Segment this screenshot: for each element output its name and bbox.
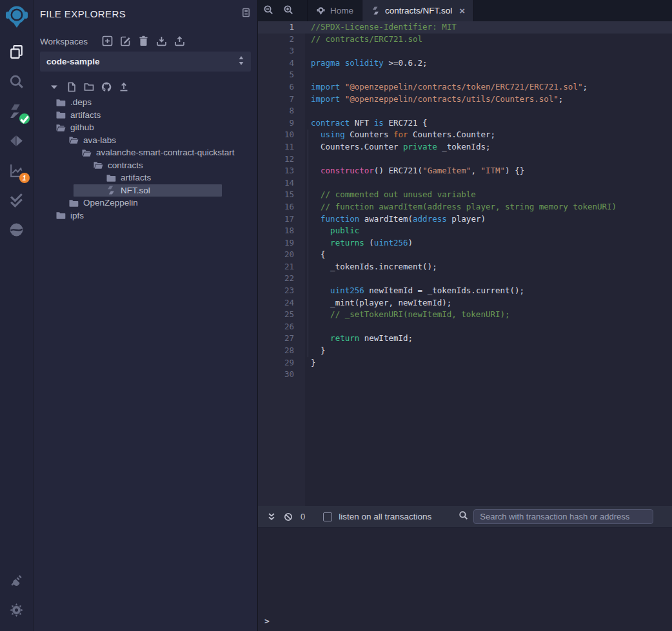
restore-workspaces-button[interactable] bbox=[174, 35, 186, 47]
github-icon bbox=[101, 83, 112, 94]
terminal-clear-icon[interactable] bbox=[281, 510, 295, 524]
workspace-select[interactable]: code-sample bbox=[40, 52, 251, 72]
tree-folder-avalanche-smart-contract-quickstart[interactable]: avalanche-smart-contract-quickstart bbox=[34, 146, 257, 159]
terminal-output[interactable]: > bbox=[258, 527, 672, 631]
transaction-count: 0 bbox=[301, 512, 305, 521]
listen-transactions-checkbox[interactable] bbox=[323, 512, 332, 521]
activity-item-deploy-and-run[interactable] bbox=[0, 127, 34, 157]
code-editor[interactable]: 1//SPDX-License-Identifier: MIT2// contr… bbox=[258, 21, 672, 506]
code-line-18: 18 public bbox=[258, 225, 672, 237]
activity-item-checks[interactable] bbox=[0, 186, 34, 216]
file-explorer-panel: FILE EXPLORERS Workspaces code-sample .d… bbox=[34, 0, 258, 631]
new-file-button[interactable] bbox=[66, 82, 78, 93]
code-line-22: 22 bbox=[258, 273, 672, 285]
line-number: 20 bbox=[258, 249, 305, 261]
pencil-square-icon bbox=[120, 37, 131, 48]
code-text: Counters.Counter private _tokenIds; bbox=[305, 141, 490, 153]
panel-title: FILE EXPLORERS bbox=[40, 8, 126, 19]
code-text: public bbox=[305, 225, 359, 237]
tree-folder-artifacts[interactable]: artifacts bbox=[34, 109, 257, 122]
code-text bbox=[305, 273, 311, 285]
activity-item-search[interactable] bbox=[0, 68, 34, 97]
tab-home[interactable]: Home bbox=[307, 0, 362, 21]
line-number: 1 bbox=[258, 21, 305, 34]
activity-item-plugin-manager[interactable] bbox=[0, 567, 34, 596]
folder-open-icon bbox=[55, 122, 66, 133]
clone-github-button[interactable] bbox=[101, 82, 113, 93]
tree-folder-ipfs[interactable]: ipfs bbox=[34, 209, 257, 222]
delete-workspace-button[interactable] bbox=[138, 35, 150, 47]
line-number: 13 bbox=[258, 165, 305, 177]
tree-folder-openzeppelin[interactable]: OpenZeppelin bbox=[34, 197, 257, 209]
code-text bbox=[305, 45, 311, 57]
tree-item-label: artifacts bbox=[70, 110, 101, 120]
code-text: // function awardItem(address player, st… bbox=[305, 201, 617, 213]
line-number: 18 bbox=[258, 225, 305, 237]
tree-item-label: contracts bbox=[108, 160, 143, 170]
terminal-prompt: > bbox=[264, 616, 270, 626]
tree-folder--deps[interactable]: .deps bbox=[34, 96, 257, 109]
tree-folder-github[interactable]: github bbox=[34, 121, 257, 134]
code-text: // commented out unused variable bbox=[305, 189, 476, 201]
terminal-toolbar: 0 listen on all transactions bbox=[258, 506, 672, 527]
tree-file-nft-sol[interactable]: NFT.sol bbox=[74, 184, 222, 197]
code-line-5: 5 bbox=[258, 69, 672, 81]
code-text: // _setTokenURI(newItemId, tokenURI); bbox=[305, 309, 510, 321]
activity-item-settings[interactable] bbox=[0, 596, 34, 626]
transaction-search-input[interactable] bbox=[473, 509, 653, 524]
magnifier-plus-icon bbox=[283, 5, 293, 17]
activity-item-analytics[interactable]: 1 bbox=[0, 157, 34, 186]
tree-folder-ava-labs[interactable]: ava-labs bbox=[34, 134, 257, 147]
folder-open-icon bbox=[68, 135, 79, 145]
code-line-14: 14 bbox=[258, 177, 672, 189]
editor-tab-bar: Homecontracts/NFT.sol× bbox=[258, 0, 672, 21]
code-line-12: 12 bbox=[258, 153, 672, 166]
workspaces-label: Workspaces bbox=[40, 37, 88, 46]
close-tab-icon[interactable]: × bbox=[459, 6, 465, 15]
code-line-21: 21 _tokenIds.increment(); bbox=[258, 261, 672, 273]
collapse-tree-button[interactable] bbox=[49, 82, 61, 93]
code-text: contract NFT is ERC721 { bbox=[305, 117, 428, 130]
download-workspaces-button[interactable] bbox=[156, 35, 168, 47]
upload-file-button[interactable] bbox=[119, 82, 130, 93]
tree-item-label: ava-labs bbox=[83, 135, 116, 145]
zoom-in-button[interactable] bbox=[278, 0, 298, 21]
code-line-3: 3 bbox=[258, 45, 672, 57]
code-line-26: 26 bbox=[258, 321, 672, 333]
upload-arrow-icon bbox=[119, 83, 129, 94]
tree-folder-contracts[interactable]: contracts bbox=[34, 159, 257, 172]
zoom-out-button[interactable] bbox=[258, 0, 278, 21]
code-text: return newItemId; bbox=[305, 333, 413, 345]
line-number: 12 bbox=[258, 153, 305, 166]
activity-item-solidity-compiler[interactable] bbox=[0, 97, 34, 127]
plug-icon bbox=[8, 572, 25, 591]
line-number: 8 bbox=[258, 105, 305, 117]
rename-workspace-button[interactable] bbox=[120, 35, 132, 47]
code-line-11: 11 Counters.Counter private _tokenIds; bbox=[258, 141, 672, 153]
line-number: 29 bbox=[258, 357, 305, 369]
notification-count-badge: 1 bbox=[19, 173, 30, 183]
tab-contracts-nft-sol[interactable]: contracts/NFT.sol× bbox=[362, 0, 474, 21]
tree-item-label: avalanche-smart-contract-quickstart bbox=[96, 148, 235, 157]
book-icon[interactable] bbox=[241, 8, 251, 20]
double-check-icon bbox=[8, 192, 25, 211]
activity-item-plugin-circle[interactable] bbox=[0, 216, 34, 246]
tree-folder-artifacts[interactable]: artifacts bbox=[34, 171, 257, 184]
folder-closed-icon bbox=[55, 110, 66, 120]
line-number: 14 bbox=[258, 177, 305, 189]
new-folder-button[interactable] bbox=[84, 82, 95, 93]
code-text: } bbox=[305, 357, 316, 369]
tab-label: contracts/NFT.sol bbox=[385, 6, 452, 15]
code-text: pragma solidity >=0.6.2; bbox=[305, 57, 428, 70]
code-line-24: 24 _mint(player, newItemId); bbox=[258, 297, 672, 309]
line-number: 16 bbox=[258, 201, 305, 213]
folder-closed-icon bbox=[55, 210, 66, 220]
line-number: 28 bbox=[258, 345, 305, 357]
line-number: 7 bbox=[258, 93, 305, 106]
line-number: 2 bbox=[258, 34, 305, 46]
terminal-collapse-icon[interactable] bbox=[264, 510, 279, 524]
code-line-13: 13 constructor() ERC721("GameItem", "ITM… bbox=[258, 165, 672, 177]
create-workspace-button[interactable] bbox=[102, 35, 114, 47]
folder-open-icon bbox=[81, 148, 92, 158]
activity-item-file-explorers[interactable] bbox=[0, 38, 34, 68]
